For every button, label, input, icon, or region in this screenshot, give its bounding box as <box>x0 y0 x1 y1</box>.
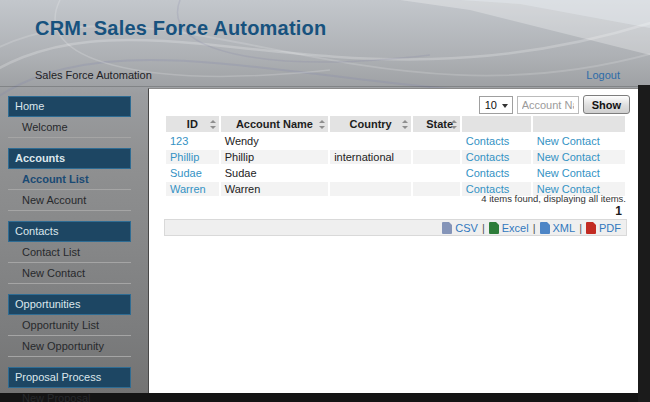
state-cell <box>413 166 460 180</box>
country-cell <box>330 134 411 148</box>
column-header-new-contact <box>533 116 625 132</box>
chevron-down-icon <box>502 104 508 108</box>
items-found-summary: 4 items found, displaying all items. <box>481 193 626 204</box>
contacts-link[interactable]: Contacts <box>466 151 509 163</box>
accounts-table: ID Account Name Country State <box>164 114 627 198</box>
account-id-link[interactable]: Phillip <box>170 151 199 163</box>
sort-icon[interactable] <box>450 120 457 129</box>
column-header-account-name[interactable]: Account Name <box>221 116 328 132</box>
sort-icon[interactable] <box>401 120 408 129</box>
contacts-link[interactable]: Contacts <box>466 135 509 147</box>
panel-right-shadow <box>638 85 650 402</box>
separator: | <box>482 222 485 234</box>
account-name-cell: Wendy <box>221 134 328 148</box>
sidebar-item-new-contact[interactable]: New Contact <box>8 263 131 284</box>
separator: | <box>579 222 582 234</box>
export-csv-link[interactable]: CSV <box>442 222 478 234</box>
state-cell <box>413 182 460 196</box>
country-cell <box>330 182 411 196</box>
export-xml-link[interactable]: XML <box>540 222 576 234</box>
sort-icon[interactable] <box>209 120 216 129</box>
sidebar-item-opportunity-list[interactable]: Opportunity List <box>8 315 131 336</box>
sidebar-item-new-proposal-approval[interactable]: New Proposal Approval <box>8 388 131 402</box>
table-row: Sudae Sudae Contacts New Contact <box>166 166 625 180</box>
sidebar-nav: Home Welcome Accounts Account List New A… <box>8 96 131 402</box>
sort-icon[interactable] <box>318 120 325 129</box>
csv-file-icon <box>442 222 452 234</box>
sidebar-section-home: Home Welcome <box>8 96 131 138</box>
export-bar: CSV | Excel | XML | PDF <box>164 219 627 236</box>
page-size-value: 10 <box>485 99 497 111</box>
sidebar-header-opportunities: Opportunities <box>8 294 131 315</box>
country-cell <box>330 166 411 180</box>
table-row: 123 Wendy Contacts New Contact <box>166 134 625 148</box>
new-contact-link[interactable]: New Contact <box>537 167 600 179</box>
account-name-cell: Phillip <box>221 150 328 164</box>
sidebar-item-new-account[interactable]: New Account <box>8 190 131 211</box>
sidebar-header-accounts: Accounts <box>8 148 131 169</box>
navbar-divider <box>0 86 650 87</box>
top-navbar: Sales Force Automation Logout <box>0 66 650 86</box>
logout-link[interactable]: Logout <box>586 69 620 81</box>
country-cell: international <box>330 150 411 164</box>
pagination-page-1[interactable]: 1 <box>615 204 622 218</box>
sidebar-header-home: Home <box>8 96 131 117</box>
show-button[interactable]: Show <box>583 95 630 114</box>
account-name-cell: Warren <box>221 182 328 196</box>
contacts-link[interactable]: Contacts <box>466 167 509 179</box>
column-header-country[interactable]: Country <box>330 116 411 132</box>
sidebar-item-account-list[interactable]: Account List <box>8 169 131 190</box>
app-window: CRM: Sales Force Automation Sales Force … <box>0 0 650 402</box>
state-cell <box>413 150 460 164</box>
account-id-link[interactable]: Warren <box>170 183 206 195</box>
pdf-file-icon <box>586 222 596 234</box>
account-name-search-input[interactable] <box>517 96 579 114</box>
page-title: CRM: Sales Force Automation <box>35 17 326 40</box>
account-id-link[interactable]: Sudae <box>170 167 202 179</box>
column-header-id[interactable]: ID <box>166 116 219 132</box>
table-row: Phillip Phillip international Contacts N… <box>166 150 625 164</box>
content-panel: 10 Show ID Account Name <box>148 88 638 393</box>
sidebar-header-contacts: Contacts <box>8 221 131 242</box>
sidebar-item-contact-list[interactable]: Contact List <box>8 242 131 263</box>
column-header-contacts <box>462 116 531 132</box>
column-header-state[interactable]: State <box>413 116 460 132</box>
export-pdf-link[interactable]: PDF <box>586 222 621 234</box>
account-id-link[interactable]: 123 <box>170 135 188 147</box>
new-contact-link[interactable]: New Contact <box>537 135 600 147</box>
sidebar-section-proposal-process: Proposal Process New Proposal Approval T… <box>8 367 131 402</box>
sidebar-section-contacts: Contacts Contact List New Contact <box>8 221 131 284</box>
table-controls: 10 Show <box>479 95 630 114</box>
sidebar-header-proposal-process: Proposal Process <box>8 367 131 388</box>
excel-file-icon <box>489 222 499 234</box>
new-contact-link[interactable]: New Contact <box>537 151 600 163</box>
separator: | <box>533 222 536 234</box>
sidebar-section-accounts: Accounts Account List New Account <box>8 148 131 211</box>
sidebar-section-opportunities: Opportunities Opportunity List New Oppor… <box>8 294 131 357</box>
sidebar-item-welcome[interactable]: Welcome <box>8 117 131 138</box>
table-header-row: ID Account Name Country State <box>166 116 625 132</box>
export-excel-link[interactable]: Excel <box>489 222 529 234</box>
sidebar-item-new-opportunity[interactable]: New Opportunity <box>8 336 131 357</box>
app-name-label: Sales Force Automation <box>35 69 152 81</box>
page-size-select[interactable]: 10 <box>479 96 513 114</box>
xml-file-icon <box>540 222 550 234</box>
account-name-cell: Sudae <box>221 166 328 180</box>
state-cell <box>413 134 460 148</box>
